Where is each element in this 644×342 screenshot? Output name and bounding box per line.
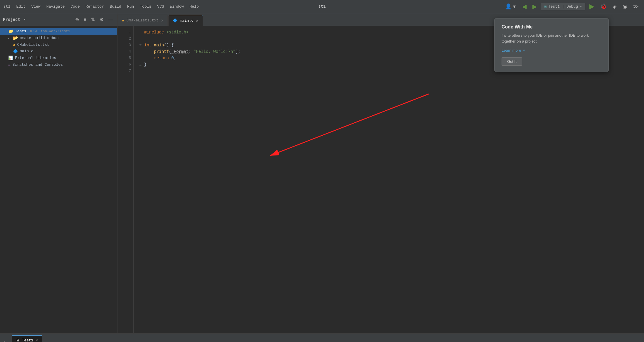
expand-arrow: ▶	[8, 36, 11, 40]
menu-navigate[interactable]: Navigate	[46, 4, 65, 9]
menu-help[interactable]: Help	[190, 4, 199, 9]
menu-bar: st1 Edit View Navigate Code Refactor Bui…	[4, 4, 199, 9]
fn-main: main	[154, 42, 164, 48]
fn-printf: printf	[154, 48, 169, 55]
kw-return: return	[154, 55, 169, 61]
tab-mainc[interactable]: 🔷 main.c ✕	[168, 15, 203, 26]
kw-int: int	[144, 42, 152, 48]
got-it-button[interactable]: Got It	[502, 57, 522, 66]
tree-item-project[interactable]: 📁 Test1 D:\CLion-Work\Test1	[0, 28, 117, 35]
tree-item-cmake-build[interactable]: ▶ 📂 cmake-build-debug	[0, 35, 117, 41]
run-config-select[interactable]: ▣ Test1 | Debug ▾	[541, 3, 585, 10]
menu-edit[interactable]: Edit	[16, 4, 25, 9]
folder-icon: 📂	[13, 36, 18, 41]
code-end: );	[236, 48, 241, 55]
terminal-icon: 🖥	[16, 338, 20, 342]
menu-build[interactable]: Build	[110, 4, 121, 9]
code-colon: :	[189, 48, 194, 55]
close-terminal-tab[interactable]: ✕	[36, 338, 38, 342]
code-content[interactable]: #include <stdio.h> ▽ int main () {	[134, 26, 644, 333]
popup-description: Invite others to your IDE or join anothe…	[502, 33, 601, 44]
code-with-me-popup: Code With Me Invite others to your IDE o…	[494, 18, 609, 72]
profile-run-button[interactable]: ◉	[621, 2, 629, 11]
code-editor[interactable]: 1 2 3 4 5 6 7 #include <stdio.h>	[117, 26, 644, 333]
tab-cmakelists[interactable]: ▲ CMakeLists.txt ✕	[117, 15, 168, 26]
cmake-tab-label: CMakeLists.txt	[127, 18, 159, 23]
title-bar: st1 Edit View Navigate Code Refactor Bui…	[0, 0, 644, 13]
expand-all-button[interactable]: ⇅	[90, 16, 96, 23]
code-semi: ;	[174, 55, 176, 61]
fold-icon-6[interactable]: △	[139, 61, 144, 68]
c-tab-label: main.c	[180, 18, 194, 23]
c-tab-icon: 🔷	[173, 18, 177, 23]
run-button[interactable]: ▶	[588, 1, 596, 11]
terminal-panel: n: 🖥 Test1 ✕ ↑ ↓ ⇄ ⬇ 🖨 D:\CLion-Work\Tes…	[0, 333, 644, 342]
menu-refactor[interactable]: Refactor	[85, 4, 104, 9]
settings-button[interactable]: ⚙	[98, 16, 105, 23]
menu-view[interactable]: View	[31, 4, 41, 9]
ext-lib-name: External Libraries	[15, 56, 56, 60]
cmake-filename: CMakeLists.txt	[17, 43, 49, 47]
close-cmake-tab-button[interactable]: ✕	[161, 18, 163, 23]
header-file: <stdio.h>	[167, 29, 189, 36]
dropdown-icon: ▾	[24, 17, 26, 22]
sidebar: Project ▾ ⊕ ≡ ⇅ ⚙ — 📁 Test1 D:\CLion-Wor…	[0, 13, 117, 333]
close-c-tab-button[interactable]: ✕	[196, 18, 198, 23]
config-icon: ▣	[544, 4, 547, 9]
scratch-icon: ✏	[8, 62, 11, 67]
line-numbers: 1 2 3 4 5 6 7	[117, 26, 134, 333]
learn-more-link[interactable]: Learn more	[502, 48, 601, 53]
project-path: D:\CLion-Work\Test1	[30, 29, 70, 33]
window-title: st1	[318, 4, 326, 9]
menu-run[interactable]: Run	[127, 4, 134, 9]
menu-vcs[interactable]: VCS	[157, 4, 164, 9]
code-space	[164, 29, 166, 36]
menu-code[interactable]: Code	[70, 4, 80, 9]
menu-tools[interactable]: Tools	[140, 4, 151, 9]
more-button[interactable]: ≫	[631, 2, 640, 11]
project-name: Test1	[15, 29, 26, 33]
code-space	[152, 42, 154, 48]
tree-item-scratch[interactable]: ✏ Scratches and Consoles	[0, 61, 117, 68]
profile-button[interactable]: 👤 ▾	[503, 2, 518, 11]
menu-window[interactable]: Window	[170, 4, 184, 9]
c-filename: main.c	[20, 49, 33, 53]
code-indent	[144, 48, 154, 55]
hide-sidebar-button[interactable]: —	[107, 16, 114, 23]
terminal-tab-label: Test1	[22, 338, 33, 342]
collapse-all-button[interactable]: ≡	[83, 16, 88, 23]
run-label: n:	[0, 340, 12, 342]
cmake-tab-icon: ▲	[122, 18, 124, 23]
popup-title: Code With Me	[502, 24, 601, 30]
toolbar-right: 👤 ▾ ◀ ▶ ▣ Test1 | Debug ▾ ▶ 🐞 ◈ ◉ ≫	[503, 1, 640, 11]
config-label: Test1 | Debug	[548, 4, 578, 9]
menu-file[interactable]: st1	[4, 4, 10, 9]
code-indent	[144, 55, 154, 61]
project-tree: 📁 Test1 D:\CLion-Work\Test1 ▶ 📂 cmake-bu…	[0, 26, 117, 333]
back-button[interactable]: ◀	[520, 2, 528, 11]
tree-item-ext-lib[interactable]: 📊 External Libraries	[0, 55, 117, 61]
terminal-tab-test1[interactable]: 🖥 Test1 ✕	[12, 335, 42, 342]
code-space	[169, 55, 171, 61]
num-0: 0	[171, 55, 174, 61]
terminal-tab-bar: n: 🖥 Test1 ✕	[0, 334, 644, 342]
tree-item-cmakelists[interactable]: ▲ CMakeLists.txt	[0, 41, 117, 48]
sidebar-header: Project ▾ ⊕ ≡ ⇅ ⚙ —	[0, 13, 117, 26]
debug-button[interactable]: 🐞	[598, 2, 608, 11]
code-brace: }	[144, 61, 147, 68]
folder-name: cmake-build-debug	[20, 36, 59, 40]
string-hello: "Hello, World!\n"	[194, 48, 236, 55]
scratch-name: Scratches and Consoles	[12, 63, 63, 67]
code-paren: () {	[164, 42, 174, 48]
sidebar-toolbar: ⊕ ≡ ⇅ ⚙ —	[74, 16, 114, 23]
locate-file-button[interactable]: ⊕	[74, 16, 80, 23]
keyword-include: #include	[144, 29, 164, 36]
cmake-icon: ▲	[13, 42, 15, 47]
forward-button[interactable]: ▶	[531, 2, 539, 11]
c-file-icon: 🔷	[13, 49, 18, 54]
chevron-down-icon: ▾	[580, 4, 582, 9]
tree-item-mainc[interactable]: 🔷 main.c	[0, 48, 117, 55]
coverage-button[interactable]: ◈	[611, 2, 618, 11]
fold-icon-3[interactable]: ▽	[139, 42, 144, 48]
sidebar-title: Project	[3, 17, 20, 22]
